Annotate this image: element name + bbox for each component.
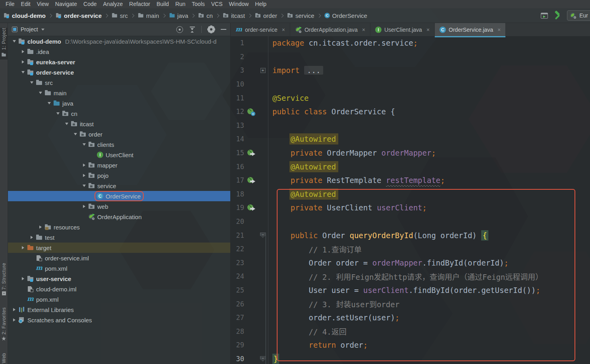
close-icon[interactable]: × [426, 27, 430, 33]
fold-expand-icon[interactable]: + [260, 68, 266, 73]
menu-item-navigate[interactable]: Navigate [52, 0, 80, 8]
tool-button-2-favorites[interactable]: 2: Favorites [0, 307, 8, 343]
breadcrumb-item-main[interactable]: main [137, 12, 159, 19]
tree-row-orderservice[interactable]: COrderService [8, 191, 230, 201]
tree-arrow[interactable] [19, 246, 27, 249]
tree-arrow[interactable] [28, 81, 36, 84]
tree-row-target[interactable]: target [8, 243, 230, 253]
tree-arrow[interactable] [80, 143, 88, 146]
tree-row-order-service-iml[interactable]: order-service.iml [8, 253, 230, 263]
tree-row-cloud-demo-iml[interactable]: cloud-demo.iml [8, 284, 230, 294]
tree-row-order-service[interactable]: order-service [8, 67, 230, 77]
tab-orderapplication-java[interactable]: OrderApplication.java× [290, 23, 370, 36]
menu-item-vcs[interactable]: VCS [208, 0, 226, 8]
gear-icon[interactable] [208, 26, 214, 33]
tab-userclient-java[interactable]: IUserClient.java× [370, 23, 435, 36]
tab-orderservice-java[interactable]: COrderService.java× [435, 23, 506, 36]
tree-row-service[interactable]: service [8, 181, 230, 191]
tree-arrow[interactable] [19, 60, 27, 64]
tree-row-test[interactable]: test [8, 232, 230, 243]
tab-order-service[interactable]: morder-service× [231, 23, 290, 36]
tree-row-scratches-and-consoles[interactable]: Scratches and Consoles [8, 315, 230, 325]
menu-item-view[interactable]: View [34, 0, 52, 8]
tree-arrow[interactable] [19, 71, 27, 73]
chevron-down-icon[interactable] [41, 29, 44, 31]
tree-row-user-service[interactable]: user-service [8, 273, 230, 284]
autowired-gutter-icon[interactable] [247, 177, 255, 184]
tree-arrow[interactable] [10, 40, 18, 42]
menu-item-build[interactable]: Build [153, 0, 172, 8]
close-icon[interactable]: × [362, 27, 365, 33]
fold-collapse-icon[interactable]: − [260, 233, 266, 238]
code-editor[interactable]: 1package cn.itcast.order.service;23+impo… [230, 36, 590, 364]
tree-row-cn[interactable]: cn [8, 108, 230, 119]
autowired-gutter-icon[interactable] [247, 204, 255, 211]
tree-row-userclient[interactable]: IUserClient [8, 150, 230, 160]
run-window-icon[interactable] [541, 13, 548, 19]
menu-item-help[interactable]: Help [252, 0, 270, 8]
menu-item-analyze[interactable]: Analyze [100, 0, 126, 8]
menu-item-code[interactable]: Code [80, 0, 100, 8]
build-icon[interactable] [553, 12, 561, 19]
tree-row-pom-xml[interactable]: mpom.xml [8, 294, 230, 304]
breadcrumb-item-order-service[interactable]: order-service [55, 12, 102, 19]
tree-row-resources[interactable]: resources [8, 222, 230, 232]
tree-arrow[interactable] [10, 318, 18, 322]
tree-arrow[interactable] [80, 164, 88, 167]
tree-row-pojo[interactable]: pojo [8, 170, 230, 181]
tree-arrow[interactable] [28, 236, 36, 239]
tree-arrow[interactable] [63, 123, 71, 125]
tree-row-order[interactable]: order [8, 129, 230, 139]
tree-row-main[interactable]: main [8, 88, 230, 98]
collapse-all-icon[interactable] [189, 26, 196, 33]
close-icon[interactable]: × [497, 27, 501, 33]
tree-row-src[interactable]: src [8, 77, 230, 88]
menu-item-run[interactable]: Run [172, 0, 189, 8]
tree-arrow[interactable] [45, 102, 53, 104]
tree-arrow[interactable] [80, 174, 88, 177]
menu-item-file[interactable]: File [2, 0, 18, 8]
breadcrumb-item-src[interactable]: src [111, 12, 128, 19]
spring-bean-gutter-icon[interactable]: c [247, 108, 255, 115]
breadcrumb-item-itcast[interactable]: itcast [222, 12, 245, 19]
tree-row-pom-xml[interactable]: mpom.xml [8, 263, 230, 273]
tree-row-mapper[interactable]: mapper [8, 160, 230, 170]
breadcrumb-item-order[interactable]: order [255, 12, 277, 19]
tree-row-eureka-server[interactable]: eureka-server [8, 57, 230, 67]
menu-item-window[interactable]: Window [226, 0, 252, 8]
breadcrumb-item-service[interactable]: service [287, 12, 314, 19]
tree-arrow[interactable] [10, 308, 18, 311]
locate-icon[interactable] [176, 26, 183, 33]
tree-arrow[interactable] [37, 92, 44, 94]
tree-arrow[interactable] [80, 205, 88, 208]
tree-arrow[interactable] [19, 277, 27, 280]
tree-row-clients[interactable]: clients [8, 139, 230, 150]
menu-item-edit[interactable]: Edit [18, 0, 34, 8]
fold-collapse-icon[interactable]: − [260, 356, 266, 361]
tree-arrow[interactable] [80, 185, 88, 187]
tree-arrow[interactable] [54, 112, 62, 115]
breadcrumb-item-java[interactable]: java [169, 12, 189, 19]
close-icon[interactable]: × [282, 27, 285, 33]
autowired-gutter-icon[interactable] [247, 150, 255, 156]
tool-button-7-structure[interactable]: 7: Structure [0, 263, 8, 297]
tree-arrow[interactable] [37, 225, 44, 229]
breadcrumb-item-cn[interactable]: cn [198, 12, 213, 19]
tree-row-idea[interactable]: .idea [8, 46, 230, 57]
breadcrumb-item-cloud-demo[interactable]: cloud-demo [3, 12, 46, 19]
menu-item-tools[interactable]: Tools [189, 0, 208, 8]
tool-button-web[interactable]: Web [0, 353, 8, 363]
tree-row-itcast[interactable]: itcast [8, 119, 230, 129]
hide-panel-icon[interactable] [221, 29, 226, 30]
run-config-selector[interactable]: Eur [567, 10, 590, 21]
tree-row-cloud-demo[interactable]: cloud-demoD:\Workspace-java\idea\Workspa… [8, 36, 230, 46]
breadcrumb-item-orderservice[interactable]: COrderService [324, 12, 367, 19]
tree-arrow[interactable] [19, 50, 27, 53]
tree-arrow[interactable] [71, 133, 79, 135]
tree-row-java[interactable]: java [8, 98, 230, 108]
tree-row-orderapplication[interactable]: OrderApplication [8, 212, 230, 222]
tree-row-web[interactable]: web [8, 201, 230, 212]
tool-button-1-project[interactable]: 1: Project [0, 28, 8, 60]
tree-row-external-libraries[interactable]: External Libraries [8, 304, 230, 315]
menu-item-refactor[interactable]: Refactor [126, 0, 153, 8]
